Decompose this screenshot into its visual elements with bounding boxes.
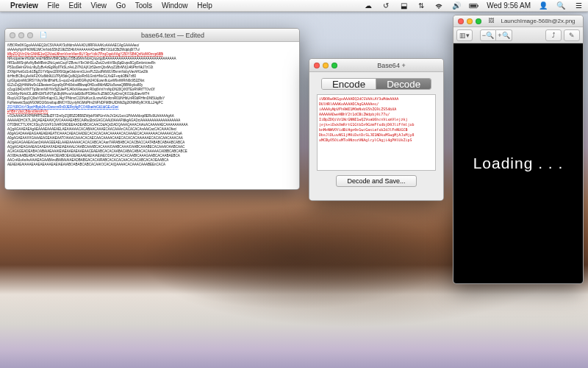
window-title: LaunchImage-568h@2x.png — [498, 18, 578, 24]
menu-edit[interactable]: Edit — [69, 1, 82, 10]
menu-go[interactable]: Go — [116, 1, 126, 10]
window-titlebar[interactable]: 🖼 LaunchImage-568h@2x.png — [453, 15, 583, 27]
decode-tab[interactable]: Decode — [376, 79, 431, 89]
textedit-window: 📄 base64.text — Edited iVBORw0KGgoAAAAEQ… — [4, 28, 300, 190]
minimize-icon[interactable] — [18, 32, 24, 38]
close-icon[interactable] — [458, 18, 464, 24]
menu-help[interactable]: Help — [197, 1, 212, 10]
dropbox-icon[interactable]: ⬓ — [398, 1, 409, 10]
app-menus: Preview File Edit View Go Tools Window H… — [10, 1, 220, 10]
document-proxy-icon[interactable]: 📄 — [40, 32, 47, 38]
zoom-in-button[interactable]: +🔍 — [496, 29, 512, 41]
traffic-lights[interactable] — [314, 63, 337, 68]
minimize-icon[interactable] — [467, 18, 473, 24]
notification-center-icon[interactable]: ☰ — [573, 1, 584, 10]
svg-rect-1 — [478, 4, 478, 6]
share-button[interactable]: ⤴ — [545, 29, 562, 41]
image-canvas[interactable]: Loading . . . — [453, 43, 583, 283]
menu-window[interactable]: Window — [162, 1, 188, 10]
spotlight-icon[interactable]: 🔍 — [556, 1, 566, 10]
markup-button[interactable]: ✎ — [564, 29, 580, 41]
zoom-icon[interactable] — [476, 18, 481, 24]
app-name-menu[interactable]: Preview — [10, 1, 38, 10]
close-icon[interactable] — [314, 63, 320, 68]
menu-file[interactable]: File — [48, 1, 60, 10]
traffic-lights[interactable] — [10, 32, 33, 38]
user-icon[interactable]: 👤 — [538, 1, 548, 10]
preview-toolbar: ▥▾ −🔍 +🔍 ⤴ ✎ — [453, 27, 583, 43]
window-title: Base64 + — [344, 62, 439, 69]
menu-bar: Preview File Edit View Go Tools Window H… — [0, 0, 588, 12]
battery-icon[interactable] — [469, 2, 479, 10]
cloud-icon[interactable]: ☁ — [363, 1, 373, 10]
mode-segmented-control[interactable]: Encode Decode — [321, 78, 431, 90]
volume-icon[interactable]: 🔊 — [451, 1, 462, 10]
wifi-icon[interactable] — [434, 2, 444, 10]
decode-and-save-button[interactable]: Decode and Save... — [336, 175, 416, 187]
document-proxy-icon[interactable]: 🖼 — [488, 18, 494, 24]
zoom-out-button[interactable]: −🔍 — [480, 29, 496, 41]
svg-rect-2 — [470, 4, 477, 7]
traffic-lights[interactable] — [458, 18, 481, 24]
zoom-icon[interactable] — [331, 63, 337, 68]
menu-tools[interactable]: Tools — [135, 1, 152, 10]
sync-icon[interactable]: ↺ — [381, 1, 391, 10]
sidebar-view-button[interactable]: ▥▾ — [456, 29, 473, 41]
base64-window: Base64 + Encode Decode iVBORw0KGgoAAAAEQ… — [309, 58, 444, 201]
menu-status-area: ☁ ↺ ⬓ ⇅ 🔊 Wed 9:56 AM 👤 🔍 ☰ — [363, 1, 584, 10]
network-icon[interactable]: ⇅ — [416, 1, 426, 10]
window-titlebar[interactable]: Base64 + — [309, 59, 443, 72]
zoom-group: −🔍 +🔍 — [480, 29, 512, 41]
minimize-icon[interactable] — [323, 63, 329, 68]
clock[interactable]: Wed 9:56 AM — [487, 1, 531, 10]
menu-view[interactable]: View — [91, 1, 107, 10]
zoom-icon[interactable] — [27, 32, 33, 38]
image-content-text: Loading . . . — [473, 155, 564, 172]
window-title: base64.text — Edited — [51, 32, 295, 39]
base64-textarea[interactable]: iVBORw0KGgoAAAAEQ2dCSVAAiAY3uMdmAAAA DUl… — [317, 94, 436, 171]
document-body[interactable]: iVBORw0KGgoAAAAEQ2dCSVAAiAY3uMdmAAAADUlI… — [5, 42, 299, 189]
close-icon[interactable] — [10, 32, 15, 38]
preview-window: 🖼 LaunchImage-568h@2x.png ▥▾ −🔍 +🔍 ⤴ ✎ L… — [453, 15, 584, 284]
window-titlebar[interactable]: 📄 base64.text — Edited — [5, 29, 299, 42]
encode-tab[interactable]: Encode — [322, 79, 376, 89]
